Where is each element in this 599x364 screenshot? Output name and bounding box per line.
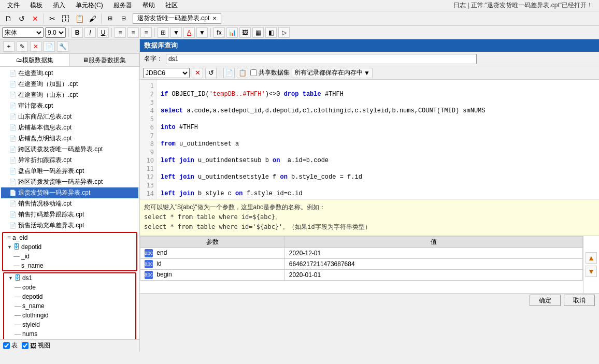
formula-button[interactable]: fx [213, 27, 225, 38]
shared-check-input[interactable] [250, 69, 257, 76]
more-button3[interactable]: ▷ [278, 27, 290, 38]
dataset-field-aeid[interactable]: ≡ a_eid [3, 233, 136, 242]
list-item[interactable]: 📄店铺盘点明细表.cpt [1, 133, 138, 144]
ds1-field-code[interactable]: — code [4, 283, 135, 292]
menu-file[interactable]: 文件 [2, 0, 25, 11]
file-sql-button[interactable]: 📄 [223, 68, 235, 78]
param-name-begin: abc begin [140, 269, 285, 280]
menu-community[interactable]: 社区 [160, 0, 183, 11]
menu-server[interactable]: 服务器 [108, 0, 137, 11]
menu-cell[interactable]: 单元格(C) [70, 0, 108, 11]
more-button2[interactable]: ◧ [265, 27, 277, 38]
list-item[interactable]: 📄在途查询.cpt [1, 68, 138, 79]
table-row[interactable]: abc begin 2020-01-01 [140, 269, 583, 280]
paste-button[interactable]: 📋 [73, 13, 85, 24]
table-row[interactable]: abc id 6646217211473687684 [140, 258, 583, 269]
list-item-selected[interactable]: 📄退货发货唯一码差异表.cpt [1, 187, 138, 198]
params-area: 参数 值 abc end 2020-12-01 [140, 236, 599, 293]
align-left-button[interactable]: ≡ [115, 27, 126, 38]
align-right-button[interactable]: ≡ [140, 27, 152, 38]
ds1-field-depotid[interactable]: — depotid [4, 292, 135, 301]
table-checkbox[interactable]: 表 [3, 341, 18, 350]
highlight-button[interactable]: 🖌 [87, 13, 99, 24]
font-color-arrow-button[interactable]: ▼ [196, 27, 208, 38]
table-button[interactable]: ⊟ [117, 13, 130, 24]
tab-close-button[interactable]: ✕ [212, 16, 217, 21]
ds1-field-nums[interactable]: — nums [4, 329, 135, 339]
move-down-button[interactable]: ▼ [586, 266, 597, 277]
align-center-button[interactable]: ≡ [127, 27, 139, 38]
menu-insert[interactable]: 插入 [48, 0, 70, 11]
copy-button[interactable]: ⿰ [60, 13, 72, 24]
memory-dropdown[interactable]: 所有记录都保存在内存中 ▼ [292, 68, 373, 78]
memory-label: 所有记录都保存在内存中 [294, 68, 363, 77]
list-item[interactable]: 📄销售打码差异跟踪表.cpt [1, 209, 138, 220]
param-type-icon: abc [145, 260, 153, 268]
list-item[interactable]: 📄销售情况移动端.cpt [1, 198, 138, 209]
add-dataset-button[interactable]: + [3, 41, 15, 52]
font-size-selector[interactable]: 9.0 [45, 27, 66, 38]
format-separator4 [210, 28, 211, 37]
move-up-button[interactable]: ▲ [586, 252, 597, 264]
bold-button[interactable]: B [72, 27, 83, 38]
delete-dataset-button[interactable]: ✕ [30, 41, 41, 52]
settings-button[interactable]: 🔧 [57, 41, 68, 52]
edit-dataset-button[interactable]: ✎ [17, 41, 28, 52]
list-item[interactable]: 📄盘点单唯一码差异表.cpt [1, 166, 138, 177]
list-item[interactable]: 📄在途查询（加盟）.cpt [1, 79, 138, 90]
ds1-field-styleid[interactable]: — styleid [4, 320, 135, 329]
cancel-button[interactable]: 取消 [564, 295, 595, 306]
table-check-input[interactable] [3, 342, 10, 349]
list-item[interactable]: 📄跨区调拨发货唯一码差异表.cpt [1, 144, 138, 155]
list-item[interactable]: 📄预售活动充单差异表.cpt [1, 220, 138, 231]
view-checkbox[interactable]: 🖼 视图 [22, 341, 50, 350]
ds1-node[interactable]: ▼ 🗄 ds1 [4, 273, 135, 283]
ds1-field-sname[interactable]: — s_name [4, 301, 135, 311]
shared-dataset-checkbox[interactable]: 共享数据集 [250, 68, 290, 77]
more-button1[interactable]: ▦ [252, 27, 264, 38]
db-connection-select[interactable]: JDBC6 [143, 68, 190, 78]
dataset-field-sname[interactable]: — s_name [3, 261, 136, 270]
image-button[interactable]: 🖼 [239, 27, 251, 38]
font-color-button[interactable]: A [183, 27, 195, 38]
db-icon: 🗄 [13, 243, 20, 251]
file2-sql-button[interactable]: 📋 [237, 68, 248, 78]
dataset-field-id[interactable]: — _id [3, 252, 136, 261]
border-button[interactable]: ⊞ [158, 27, 169, 38]
dataset-group: ≡ a_eid ▼ 🗄 depotid — _id — s_name [2, 232, 137, 271]
sql-editor[interactable]: 1 2 3 4 5 6 7 8 9 10 11 12 13 14 15 if O… [140, 80, 599, 199]
list-item[interactable]: 📄在途查询（山东）.cpt [1, 90, 138, 100]
confirm-button[interactable]: 确定 [530, 295, 561, 306]
edit-sql-button[interactable]: ✕ [192, 68, 203, 78]
grid-button[interactable]: ⊞ [104, 13, 116, 24]
list-item[interactable]: 📄山东商品汇总表.cpt [1, 111, 138, 122]
dataset-node-depotid[interactable]: ▼ 🗄 depotid [3, 242, 136, 252]
menu-template[interactable]: 模板 [25, 0, 48, 11]
font-selector[interactable]: 宋体 [2, 27, 44, 38]
doc-button[interactable]: 📄 [44, 41, 55, 52]
active-tab[interactable]: 退货发货唯一码差异表.cpt ✕ [133, 13, 221, 24]
menu-help[interactable]: 帮助 [137, 0, 160, 11]
underline-button[interactable]: U [97, 27, 109, 38]
server-tab-icon: 🖥 [82, 56, 89, 64]
tab-server-dataset[interactable]: 🖥 服务器数据集 [70, 54, 140, 66]
ds1-field-clothingid[interactable]: — clothingid [4, 311, 135, 320]
italic-button[interactable]: I [84, 27, 96, 38]
table-row[interactable]: abc end 2020-12-01 [140, 247, 583, 258]
view-check-input[interactable] [22, 342, 28, 349]
tab-template-dataset[interactable]: 🗂 模版数据集 [0, 54, 70, 66]
list-item[interactable]: 📄店铺基本信息表.cpt [1, 122, 138, 133]
close-button[interactable]: ✕ [29, 13, 41, 24]
list-item[interactable]: 📄审计部表.cpt [1, 100, 138, 111]
refresh-sql-button[interactable]: ↺ [205, 68, 217, 78]
color-arrow-button[interactable]: ▼ [170, 27, 182, 38]
chart-button[interactable]: 📊 [226, 27, 238, 38]
sql-content[interactable]: if OBJECT_ID('tempDB..#THFH')<>0 drop ta… [156, 80, 599, 199]
cut-button[interactable]: ✂ [46, 13, 59, 24]
list-item[interactable]: 📄跨区调拨发货唯一码差异表.cpt [1, 177, 138, 187]
new-button[interactable]: 🗋 [2, 13, 15, 24]
refresh-button[interactable]: ↺ [16, 13, 28, 24]
list-item[interactable]: 📄异常折扣跟踪表.cpt [1, 155, 138, 166]
line-num-1: 1 [140, 82, 156, 90]
name-input[interactable] [166, 54, 477, 64]
